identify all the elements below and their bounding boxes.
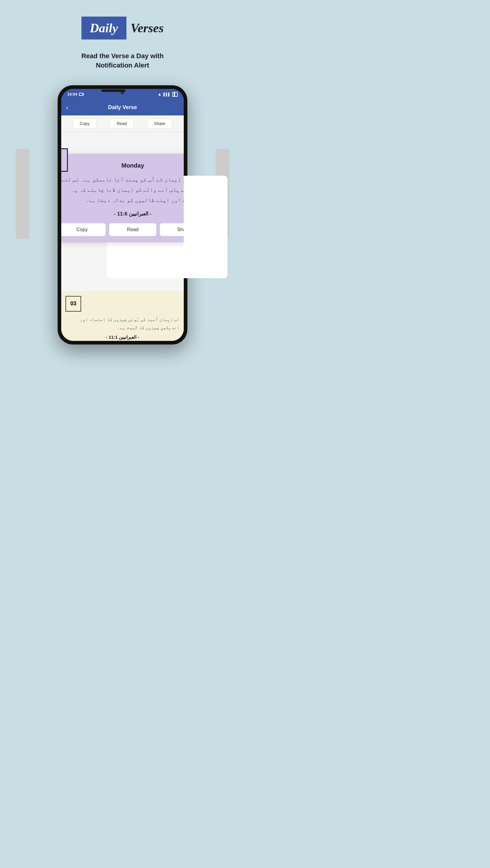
status-time: 10:04	[67, 92, 83, 96]
phone-outer: 10:04 ▲ ▌▌▌ ▌ ‹ Daily Verse Copy	[58, 85, 188, 344]
day-name: Monday	[61, 162, 184, 169]
header-section: Daily Verses	[0, 0, 245, 49]
daily-label: Daily	[90, 21, 118, 35]
status-icons: ▲ ▌▌▌ ▌	[157, 92, 178, 97]
read-button[interactable]: Read	[109, 223, 156, 236]
daily-badge: Daily	[82, 17, 126, 39]
verse-reference: - العبرانيين 11:6 -	[61, 211, 184, 217]
action-buttons: Copy Read Share	[61, 223, 184, 236]
bottom-day-badge: 03	[65, 296, 81, 312]
day-badge: 02	[61, 148, 68, 172]
app-header: ‹ Daily Verse	[61, 100, 184, 116]
screen-icon	[79, 93, 83, 96]
phone-mockup: 10:04 ▲ ▌▌▌ ▌ ‹ Daily Verse Copy	[0, 82, 245, 344]
verses-label: Verses	[131, 21, 164, 35]
screen-content: 02 Monday اور بغَیر اِیمان کے اُس کو پسن…	[61, 132, 184, 341]
back-button[interactable]: ‹	[66, 104, 68, 111]
bottom-verse-reference: - العبرانيين 11:1 -	[65, 335, 179, 340]
read-button-top[interactable]: Read	[110, 119, 134, 129]
copy-button-top[interactable]: Copy	[73, 119, 96, 129]
share-button[interactable]: Share	[160, 223, 184, 236]
share-button-top[interactable]: Share	[147, 119, 172, 129]
verse-text-urdu: اور بغَیر اِیمان کے اُس کو پسند آنا نامم…	[61, 175, 184, 206]
bottom-day-number: 03	[70, 301, 76, 307]
copy-button[interactable]: Copy	[61, 223, 106, 236]
bottom-verse-text: اب اِیمان اُمید کی ہُوئی چیزوں کا اِعتما…	[65, 315, 179, 332]
battery-icon: ▌	[172, 92, 178, 97]
subtitle: Read the Verse a Day with Notification A…	[0, 49, 245, 82]
wifi-icon: ▲	[157, 92, 162, 97]
main-verse-card: 02 Monday اور بغَیر اِیمان کے اُس کو پسن…	[61, 154, 184, 243]
signal-icon: ▌▌▌	[164, 93, 171, 96]
bottom-verse-card: 03 اب اِیمان اُمید کی ہُوئی چیزوں کا اِع…	[61, 291, 184, 341]
phone-screen: 10:04 ▲ ▌▌▌ ▌ ‹ Daily Verse Copy	[61, 89, 184, 341]
app-title: Daily Verse	[108, 104, 137, 111]
side-card-left	[16, 149, 29, 239]
top-action-row: Copy Read Share	[61, 116, 184, 132]
